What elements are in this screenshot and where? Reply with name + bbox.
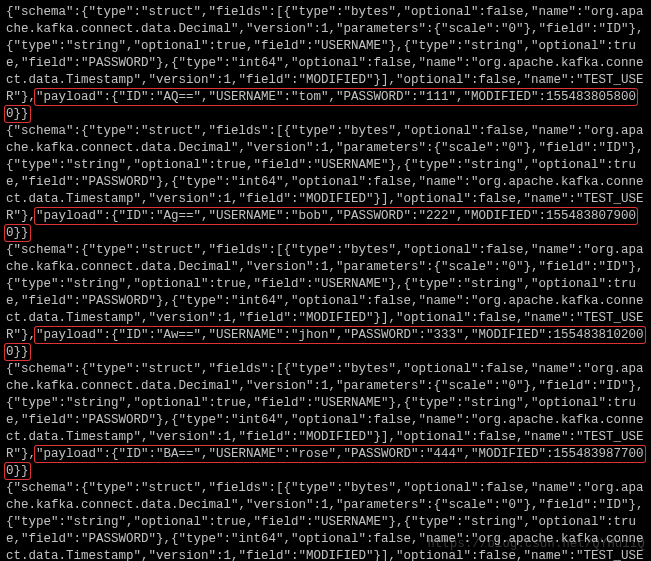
record-1-payload-highlight: "payload":{"ID":"Ag==","USERNAME":"bob",… [6,209,636,240]
console-output: {"schema":{"type":"struct","fields":[{"t… [0,0,651,561]
record-4-schema: {"schema":{"type":"struct","fields":[{"t… [6,481,644,561]
record-0-payload-highlight: "payload":{"ID":"AQ==","USERNAME":"tom",… [6,90,636,121]
record-3-payload-highlight: "payload":{"ID":"BA==","USERNAME":"rose"… [6,447,644,478]
record-2-payload-highlight: "payload":{"ID":"Aw==","USERNAME":"jhon"… [6,328,644,359]
